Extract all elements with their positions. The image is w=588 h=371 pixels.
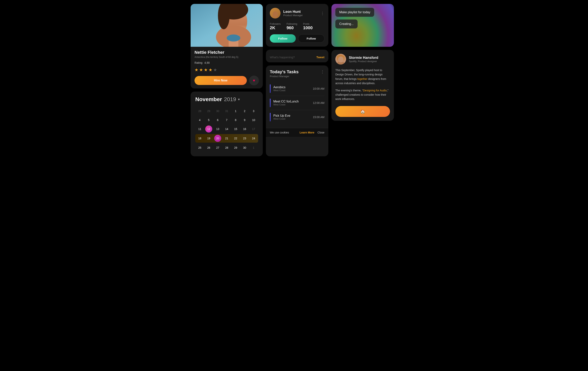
- social-stats: Followers 2K Following 960 Posts 1000: [270, 22, 325, 30]
- profile-name: Nettie Fletcher: [195, 50, 259, 55]
- star-5: ★: [213, 67, 217, 72]
- tasks-more-button[interactable]: ⋮: [321, 69, 325, 74]
- task-item-lunch: Meet CC forLunch West Coast 12:00 AM: [270, 96, 325, 110]
- cal-day[interactable]: 17: [250, 125, 257, 132]
- task-item-pickup: Pick Up Eve West Coast 15:00 AM: [270, 110, 325, 124]
- tasks-subtitle: Product Manager: [270, 75, 298, 78]
- star-2: ★: [199, 67, 203, 72]
- task-bar: [270, 99, 271, 107]
- follow-gradient-button[interactable]: Follow: [270, 34, 296, 43]
- cal-day[interactable]: 6: [214, 117, 221, 123]
- cal-day[interactable]: 4: [196, 117, 203, 123]
- stormie-avatar: [335, 54, 346, 64]
- cal-day[interactable]: 9: [241, 117, 248, 123]
- task-left: Meet CC forLunch West Coast: [270, 99, 299, 107]
- posts-stat: Posts 1000: [303, 22, 313, 30]
- cal-day[interactable]: 13: [214, 125, 221, 132]
- task-time: 10:00 AM: [313, 87, 325, 90]
- cal-day[interactable]: 7: [223, 117, 230, 123]
- cal-day[interactable]: 19: [205, 135, 212, 142]
- cookie-bar: We use cookies Learn More Close: [266, 128, 328, 137]
- cal-day-12[interactable]: 12: [205, 125, 212, 132]
- cal-day[interactable]: 24: [250, 135, 257, 142]
- followers-stat: Followers 2K: [270, 22, 281, 30]
- stormie-text-before-2: The evening's theme, “: [335, 89, 363, 92]
- task-time: 15:00 AM: [313, 116, 325, 119]
- cal-day[interactable]: 29: [232, 144, 239, 151]
- tweet-input-area: What's happening? Tweet: [266, 52, 328, 62]
- cal-day[interactable]: 29: [205, 108, 212, 115]
- calendar-month: November: [195, 96, 222, 102]
- chevron-down-icon[interactable]: ▾: [238, 97, 240, 101]
- calendar-week-2: 11 12 13 14 15 16 17: [195, 125, 258, 133]
- cookie-text: We use cookies: [270, 131, 289, 134]
- cal-day[interactable]: 11: [196, 125, 203, 132]
- cal-day[interactable]: 31: [223, 108, 230, 115]
- profile-info: Nettie Fletcher Antarctica (the territor…: [191, 47, 263, 89]
- cal-day-20[interactable]: 20: [214, 135, 221, 142]
- stormie-header: Stormie Hansford Spotify, Product design…: [335, 54, 390, 64]
- svg-point-11: [337, 55, 339, 61]
- cal-day[interactable]: 26: [205, 144, 212, 151]
- social-actions: Follow Follow: [270, 34, 325, 43]
- cal-day[interactable]: 1: [250, 144, 257, 151]
- cal-day[interactable]: 5: [205, 117, 212, 123]
- cal-day[interactable]: 30: [241, 144, 248, 151]
- task-info: Aerobics West Coast: [273, 86, 285, 92]
- cal-day[interactable]: 30: [214, 108, 221, 115]
- profile-actions: Hire Now ♥: [195, 76, 259, 85]
- task-name: Aerobics: [273, 86, 285, 89]
- profile-image: [191, 4, 263, 47]
- playlist-prompt: Make playlist for today: [335, 8, 374, 17]
- task-info: Meet CC forLunch West Coast: [273, 100, 299, 106]
- tasks-title: Today's Tasks: [270, 69, 298, 74]
- followers-value: 2K: [270, 25, 281, 30]
- svg-point-12: [342, 55, 345, 61]
- calendar-card: November 2019 ▾ 28 29 30 31 1 2 3 4: [191, 91, 263, 156]
- cal-day[interactable]: 8: [232, 117, 239, 123]
- tweet-button[interactable]: Tweet: [316, 56, 325, 59]
- stormie-title: Spotify, Product designer: [349, 60, 378, 63]
- cal-day[interactable]: 16: [241, 125, 248, 132]
- task-location: West Coast: [273, 103, 299, 106]
- cal-day[interactable]: 28: [196, 108, 203, 115]
- learn-more-button[interactable]: Learn More: [300, 131, 314, 134]
- favorite-button[interactable]: ♥: [249, 76, 259, 85]
- profile-photo: [191, 4, 263, 47]
- follow-dark-button[interactable]: Follow: [298, 34, 325, 43]
- star-4: ★: [209, 67, 212, 72]
- cal-day[interactable]: 25: [196, 144, 203, 151]
- cal-day[interactable]: 27: [214, 144, 221, 151]
- home-icon: 🏠: [360, 109, 365, 114]
- cal-day[interactable]: 28: [223, 144, 230, 151]
- cookie-close-button[interactable]: Close: [317, 131, 325, 134]
- cal-day[interactable]: 1: [232, 108, 239, 115]
- profile-location: Antarctica (the territory South of 60 de…: [195, 56, 259, 59]
- hire-now-button[interactable]: Hire Now: [195, 76, 247, 85]
- home-button[interactable]: 🏠: [335, 106, 390, 117]
- social-header: Leon Hunt Product Manager ⋮: [270, 8, 325, 19]
- cal-day[interactable]: 15: [232, 125, 239, 132]
- cal-day[interactable]: 2: [241, 108, 248, 115]
- calendar-week-0: 28 29 30 31 1 2 3: [195, 107, 258, 115]
- profile-rating: Rating 4,90: [195, 61, 259, 64]
- stormie-highlight-2: Designing for Audio: [363, 89, 387, 92]
- cal-day[interactable]: 18: [196, 135, 203, 142]
- task-time: 12:00 AM: [313, 101, 325, 104]
- cal-day[interactable]: 10: [250, 117, 257, 123]
- cal-day[interactable]: 3: [250, 108, 257, 115]
- posts-value: 1000: [303, 25, 313, 30]
- calendar-week-4: 25 26 27 28 29 30 1: [195, 144, 258, 152]
- followers-label: Followers: [270, 22, 281, 25]
- cal-day[interactable]: 23: [241, 135, 248, 142]
- task-location: West Coast: [273, 118, 290, 120]
- following-label: Following: [287, 22, 297, 25]
- task-item-aerobics: Aerobics West Coast 10:00 AM: [270, 82, 325, 96]
- rating-value: 4,90: [204, 61, 210, 64]
- cal-day[interactable]: 21: [223, 135, 230, 142]
- following-value: 960: [287, 25, 297, 30]
- cal-day[interactable]: 14: [223, 125, 230, 132]
- cal-day[interactable]: 22: [232, 135, 239, 142]
- more-options-button[interactable]: ⋮: [321, 11, 325, 16]
- playlist-response: Creating...: [335, 20, 357, 29]
